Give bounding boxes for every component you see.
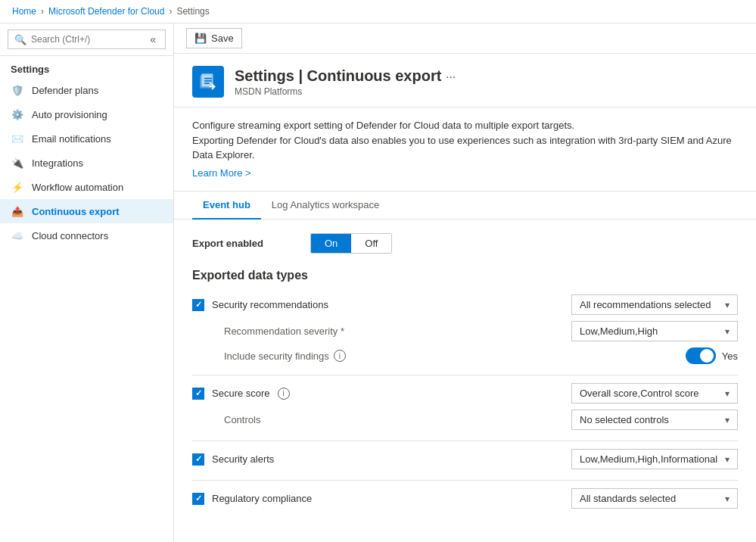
description: Configure streaming export setting of De… [174,107,756,192]
sidebar-item-continuous-export[interactable]: 📤 Continuous export [0,199,173,223]
sidebar-item-label: Continuous export [32,206,120,217]
save-label: Save [211,33,234,44]
form-area: Export enabled On Off Exported data type… [174,220,756,533]
toggle-off[interactable]: Off [351,234,391,253]
sidebar-item-label: Cloud connectors [32,230,108,241]
content-area: Settings | Continuous export ··· MSDN Pl… [174,54,756,542]
data-type-secure-score: Secure score i Overall score,Control sco… [192,383,738,430]
page-header: Settings | Continuous export ··· MSDN Pl… [174,54,756,107]
breadcrumb: Home › Microsoft Defender for Cloud › Se… [0,0,756,23]
workflow-icon: ⚡ [11,180,24,194]
search-icon: 🔍 [14,34,26,45]
controls-label: Controls [224,414,260,425]
dropdown-arrow-icon: ▾ [725,494,730,504]
sidebar-item-email-notifications[interactable]: ✉️ Email notifications [0,126,173,151]
export-toggle-group[interactable]: On Off [310,233,392,254]
learn-more-link[interactable]: Learn More > [192,167,251,179]
checkbox-security-alerts[interactable] [192,453,204,466]
divider-3 [192,480,738,481]
recommendation-severity-dropdown[interactable]: Low,Medium,High ▾ [571,321,738,341]
dropdown-arrow-icon: ▾ [725,388,730,399]
checkbox-secure-score[interactable] [192,388,204,400]
search-input[interactable] [31,34,142,45]
main-content: 💾 Save Settings | Continuous e [174,23,756,542]
toolbar: 💾 Save [174,23,756,54]
dropdown-arrow-icon: ▾ [725,326,730,337]
secure-score-label: Secure score [212,388,270,399]
cloud-icon: ☁️ [11,229,24,242]
regulatory-compliance-label: Regulatory compliance [212,493,312,504]
toggle-on[interactable]: On [311,234,351,253]
secure-score-info-icon: i [278,388,290,400]
security-recommendations-label: Security recommendations [212,299,328,310]
switch[interactable] [686,347,716,364]
security-alerts-dropdown[interactable]: Low,Medium,High,Informational ▾ [571,449,738,469]
include-findings-toggle[interactable]: Yes [686,347,738,364]
save-button[interactable]: 💾 Save [186,28,242,48]
description-line1: Configure streaming export setting of De… [192,118,738,133]
svg-rect-1 [201,73,213,86]
sidebar: 🔍 « Settings 🛡️ Defender plans ⚙️ Auto p… [0,23,174,542]
export-enabled-label: Export enabled [192,238,298,249]
sidebar-item-cloud-connectors[interactable]: ☁️ Cloud connectors [0,223,173,248]
exported-data-types-title: Exported data types [192,269,738,282]
sidebar-item-label: Email notifications [32,133,111,145]
page-icon [192,66,224,98]
save-icon: 💾 [194,33,207,44]
data-type-security-alerts: Security alerts Low,Medium,High,Informat… [192,449,738,469]
divider-1 [192,375,738,375]
email-icon: ✉️ [11,132,24,145]
sidebar-item-label: Integrations [32,157,83,169]
auto-provisioning-icon: ⚙️ [11,107,24,121]
defender-plans-icon: 🛡️ [11,83,24,97]
switch-label: Yes [722,350,738,362]
sidebar-item-auto-provisioning[interactable]: ⚙️ Auto provisioning [0,102,173,126]
controls-row: Controls No selected controls ▾ [192,410,738,430]
data-type-regulatory-compliance: Regulatory compliance All standards sele… [192,488,738,509]
recommendation-severity-row: Recommendation severity * Low,Medium,Hig… [192,321,738,341]
page-title: Settings | Continuous export ··· [235,67,456,85]
include-security-findings-label: Include security findings i [224,350,346,362]
tab-event-hub[interactable]: Event hub [192,192,261,220]
checkbox-regulatory-compliance[interactable] [192,493,204,505]
page-title-area: Settings | Continuous export ··· MSDN Pl… [235,67,456,97]
sidebar-item-label: Workflow automation [32,182,123,193]
integrations-icon: 🔌 [11,156,24,170]
breadcrumb-home[interactable]: Home [12,6,36,17]
include-security-findings-row: Include security findings i Yes [192,347,738,364]
switch-thumb [700,349,714,363]
export-enabled-row: Export enabled On Off [192,233,738,254]
checkbox-security-recommendations[interactable] [192,299,204,311]
description-line2: Exporting Defender for Cloud's data also… [192,133,738,163]
controls-dropdown[interactable]: No selected controls ▾ [571,410,738,430]
breadcrumb-current: Settings [176,6,209,17]
security-alerts-label: Security alerts [212,453,274,465]
recommendation-severity-label: Recommendation severity * [224,326,344,337]
dropdown-arrow-icon: ▾ [725,415,730,425]
sidebar-item-label: Defender plans [32,85,98,96]
info-icon: i [334,350,346,362]
more-options[interactable]: ··· [446,70,456,83]
tabs: Event hub Log Analytics workspace [174,192,756,220]
continuous-export-icon [198,72,218,92]
regulatory-compliance-dropdown[interactable]: All standards selected ▾ [571,488,738,509]
breadcrumb-defender[interactable]: Microsoft Defender for Cloud [48,6,164,17]
sidebar-header: Settings [0,56,173,78]
security-recommendations-dropdown[interactable]: All recommendations selected ▾ [571,294,738,315]
divider-2 [192,441,738,441]
sidebar-item-defender-plans[interactable]: 🛡️ Defender plans [0,78,173,102]
export-icon: 📤 [11,204,24,218]
dropdown-arrow-icon: ▾ [725,454,730,465]
collapse-button[interactable]: « [147,33,159,45]
dropdown-arrow-icon: ▾ [725,300,730,310]
sidebar-item-label: Auto provisioning [32,109,107,120]
tab-log-analytics[interactable]: Log Analytics workspace [261,192,390,220]
data-type-security-recommendations: Security recommendations All recommendat… [192,294,738,364]
sidebar-item-integrations[interactable]: 🔌 Integrations [0,151,173,175]
sidebar-item-workflow-automation[interactable]: ⚡ Workflow automation [0,175,173,199]
sidebar-search-area: 🔍 « [0,23,173,56]
page-subtitle: MSDN Platforms [235,86,456,97]
secure-score-dropdown[interactable]: Overall score,Control score ▾ [571,383,738,403]
